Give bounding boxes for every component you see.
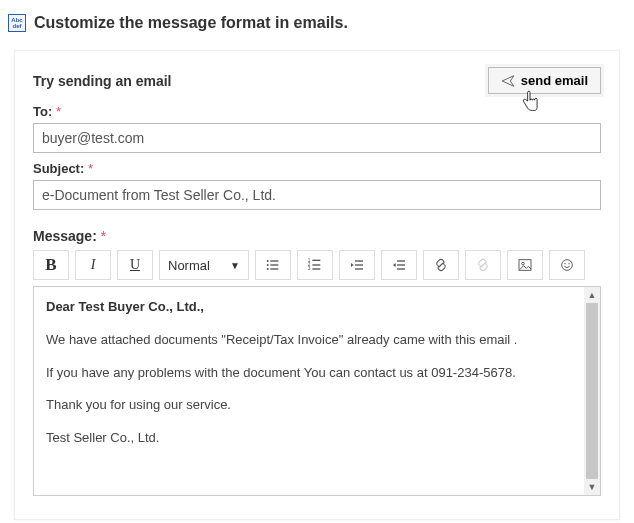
editor-scrollbar[interactable]: ▲ ▼ [584, 287, 600, 495]
unordered-list-icon [265, 257, 281, 273]
email-config-card: Try sending an email send email To: * Su… [14, 50, 620, 520]
scroll-down-icon[interactable]: ▼ [584, 479, 600, 495]
to-label: To: * [33, 104, 601, 119]
format-select[interactable]: Normal ▼ [159, 250, 249, 280]
ordered-list-button[interactable]: 123 [297, 250, 333, 280]
image-icon [517, 257, 533, 273]
svg-rect-14 [355, 268, 363, 269]
subject-label: Subject: * [33, 161, 601, 176]
outdent-icon [349, 257, 365, 273]
format-select-label: Normal [168, 258, 210, 273]
send-icon [501, 74, 515, 88]
svg-text:3: 3 [308, 266, 311, 271]
svg-rect-11 [312, 268, 320, 269]
message-editor[interactable]: Dear Test Buyer Co., Ltd., We have attac… [34, 287, 584, 495]
svg-point-22 [568, 263, 569, 264]
image-button[interactable] [507, 250, 543, 280]
to-input[interactable] [33, 123, 601, 153]
svg-point-21 [564, 263, 565, 264]
message-editor-wrap: Dear Test Buyer Co., Ltd., We have attac… [33, 286, 601, 496]
svg-point-20 [562, 260, 573, 271]
required-mark: * [56, 104, 61, 119]
unlink-button[interactable] [465, 250, 501, 280]
emoji-icon [559, 257, 575, 273]
svg-point-19 [522, 262, 525, 265]
svg-rect-3 [270, 264, 278, 265]
message-line: Thank you for using our service. [46, 395, 572, 416]
svg-rect-13 [355, 264, 363, 265]
link-icon [433, 257, 449, 273]
indent-icon [391, 257, 407, 273]
svg-point-4 [267, 268, 269, 270]
required-mark: * [101, 228, 106, 244]
unordered-list-button[interactable] [255, 250, 291, 280]
unlink-icon [475, 257, 491, 273]
message-label: Message: * [33, 228, 601, 244]
editor-toolbar: B I U Normal ▼ 123 [33, 250, 601, 280]
message-signature: Test Seller Co., Ltd. [46, 428, 572, 449]
page-title: Customize the message format in emails. [34, 14, 348, 32]
bold-button[interactable]: B [33, 250, 69, 280]
format-icon-bottom: def [13, 23, 22, 29]
underline-button[interactable]: U [117, 250, 153, 280]
send-email-label: send email [521, 73, 588, 88]
scroll-up-icon[interactable]: ▲ [584, 287, 600, 303]
svg-rect-9 [312, 264, 320, 265]
send-email-button[interactable]: send email [488, 67, 601, 94]
svg-rect-12 [355, 260, 363, 261]
ordered-list-icon: 123 [307, 257, 323, 273]
svg-rect-7 [312, 260, 320, 261]
scroll-thumb[interactable] [586, 303, 598, 479]
svg-point-2 [267, 264, 269, 266]
italic-button[interactable]: I [75, 250, 111, 280]
svg-rect-17 [397, 268, 405, 269]
subject-input[interactable] [33, 180, 601, 210]
message-greeting: Dear Test Buyer Co., Ltd., [46, 297, 572, 318]
svg-point-0 [267, 260, 269, 262]
indent-button[interactable] [381, 250, 417, 280]
svg-rect-5 [270, 268, 278, 269]
svg-rect-1 [270, 260, 278, 261]
link-button[interactable] [423, 250, 459, 280]
svg-rect-16 [397, 264, 405, 265]
message-line: If you have any problems with the docume… [46, 363, 572, 384]
message-line: We have attached documents "Receipt/Tax … [46, 330, 572, 351]
chevron-down-icon: ▼ [230, 260, 240, 271]
try-sending-label: Try sending an email [33, 73, 172, 89]
format-icon: Abc def [8, 14, 26, 32]
outdent-button[interactable] [339, 250, 375, 280]
svg-rect-15 [397, 260, 405, 261]
required-mark: * [88, 161, 93, 176]
emoji-button[interactable] [549, 250, 585, 280]
